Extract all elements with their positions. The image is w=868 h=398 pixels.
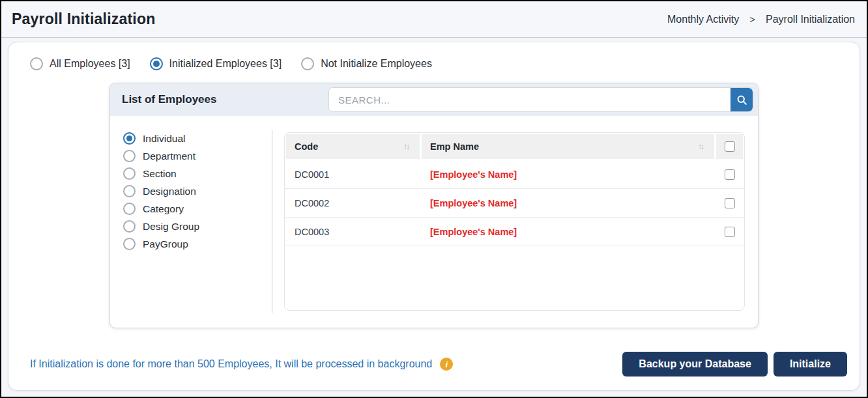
search-bar	[328, 87, 753, 112]
group-option-desig-group[interactable]: Desig Group	[123, 220, 261, 233]
top-header: Payroll Initialization Monthly Activity …	[1, 1, 867, 38]
column-header-emp-name[interactable]: Emp Name ↑↓	[422, 134, 714, 159]
row-checkbox[interactable]	[725, 169, 735, 180]
employee-code: DC0001	[286, 169, 420, 180]
radio-button-icon[interactable]	[123, 238, 136, 250]
employee-name: [Employee's Name]	[422, 198, 714, 208]
radio-button-icon[interactable]	[30, 57, 43, 70]
table-row[interactable]: DC0002 [Employee's Name]	[285, 189, 744, 218]
search-input[interactable]	[329, 88, 731, 111]
row-checkbox[interactable]	[725, 198, 735, 208]
payroll-initialization-page: { "header": { "title": "Payroll Initiali…	[0, 0, 868, 398]
radio-all-employees[interactable]: All Employees [3]	[30, 57, 130, 70]
radio-button-icon[interactable]	[123, 132, 136, 145]
page-title: Payroll Initialization	[12, 10, 155, 28]
radio-button-icon[interactable]	[123, 167, 136, 180]
group-option-designation[interactable]: Designation	[123, 185, 261, 197]
radio-label: Not Initialize Employees	[321, 58, 432, 70]
radio-button-icon[interactable]	[123, 220, 136, 233]
panel-body: Individual Department Section Designatio…	[110, 116, 758, 328]
vertical-divider	[272, 130, 272, 313]
group-option-label: Designation	[143, 186, 196, 197]
employee-filter-group: All Employees [3] Initialized Employees …	[30, 57, 860, 70]
sort-icon[interactable]: ↑↓	[403, 142, 411, 151]
group-option-label: Desig Group	[143, 221, 199, 233]
row-checkbox-cell	[716, 227, 743, 237]
main-card: All Employees [3] Initialized Employees …	[8, 42, 860, 391]
employee-name: [Employee's Name]	[422, 227, 714, 237]
sort-icon[interactable]: ↑↓	[698, 142, 706, 151]
panel-header: List of Employees	[110, 83, 758, 116]
employee-code: DC0002	[286, 198, 420, 208]
radio-button-icon[interactable]	[123, 203, 136, 215]
radio-label: Initialized Employees [3]	[169, 58, 282, 70]
search-button[interactable]	[731, 88, 753, 111]
select-all-checkbox[interactable]	[725, 141, 735, 152]
radio-button-icon[interactable]	[123, 185, 136, 197]
search-icon	[736, 94, 747, 106]
group-option-section[interactable]: Section	[123, 167, 261, 180]
group-option-individual[interactable]: Individual	[123, 132, 261, 145]
radio-button-icon[interactable]	[301, 57, 314, 70]
info-icon[interactable]: i	[440, 358, 453, 371]
breadcrumb-parent[interactable]: Monthly Activity	[667, 14, 739, 25]
table-header-row: Code ↑↓ Emp Name ↑↓	[285, 133, 744, 160]
group-option-paygroup[interactable]: PayGroup	[123, 238, 261, 250]
table-row[interactable]: DC0001 [Employee's Name]	[285, 160, 744, 189]
initialize-button[interactable]: Initialize	[774, 352, 847, 377]
backup-database-button[interactable]: Backup your Database	[622, 352, 768, 377]
group-option-category[interactable]: Category	[123, 203, 261, 215]
radio-label: All Employees [3]	[50, 58, 130, 70]
employee-code: DC0003	[286, 227, 420, 237]
group-option-label: Department	[143, 150, 195, 162]
row-checkbox[interactable]	[725, 227, 735, 237]
radio-button-icon[interactable]	[150, 57, 163, 70]
group-option-label: Category	[143, 203, 184, 215]
select-all-cell	[716, 134, 743, 159]
employee-name: [Employee's Name]	[422, 169, 714, 180]
background-processing-note: If Initialization is done for more than …	[30, 358, 432, 370]
breadcrumb-current: Payroll Initialization	[766, 14, 855, 25]
panel-title: List of Employees	[122, 93, 216, 106]
group-option-label: Section	[143, 168, 177, 180]
column-header-label: Code	[295, 141, 318, 152]
table-row[interactable]: DC0003 [Employee's Name]	[285, 218, 744, 246]
column-header-label: Emp Name	[430, 141, 479, 152]
group-option-label: PayGroup	[143, 238, 188, 250]
employees-table: Code ↑↓ Emp Name ↑↓ DC0001 [Employee's N…	[284, 132, 745, 311]
radio-not-initialize-employees[interactable]: Not Initialize Employees	[301, 57, 432, 70]
breadcrumb-separator-icon: >	[749, 14, 755, 25]
row-checkbox-cell	[716, 198, 743, 208]
breadcrumb: Monthly Activity > Payroll Initializatio…	[667, 14, 855, 25]
card-footer: If Initialization is done for more than …	[8, 352, 860, 390]
radio-initialized-employees[interactable]: Initialized Employees [3]	[150, 57, 282, 70]
radio-button-icon[interactable]	[123, 150, 136, 162]
grouping-radio-list: Individual Department Section Designatio…	[123, 132, 261, 328]
group-option-department[interactable]: Department	[123, 150, 261, 162]
list-of-employees-panel: List of Employees Individ	[109, 83, 759, 328]
row-checkbox-cell	[716, 169, 743, 180]
column-header-code[interactable]: Code ↑↓	[286, 134, 420, 159]
action-buttons: Backup your Database Initialize	[622, 352, 847, 377]
group-option-label: Individual	[143, 133, 186, 145]
